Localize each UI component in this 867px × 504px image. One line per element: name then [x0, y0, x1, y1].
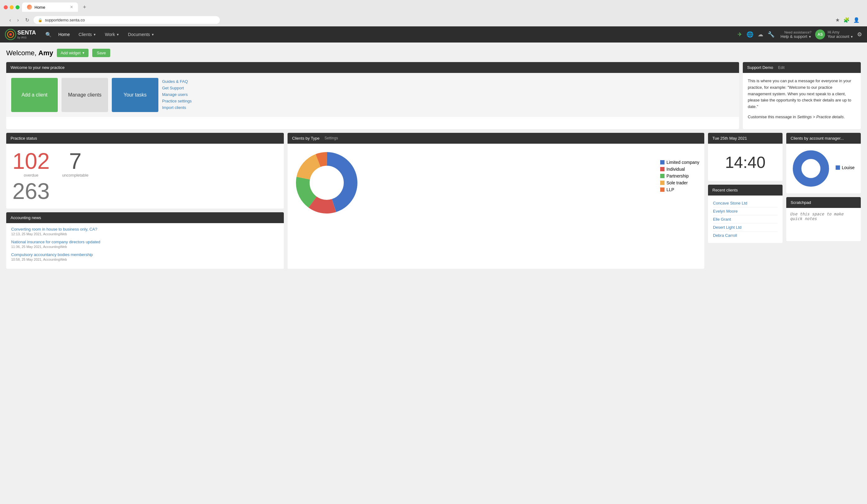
account-mgr-legend-color [836, 165, 840, 170]
manage-clients-button[interactable]: Manage clients [62, 78, 108, 112]
globe-icon[interactable]: 🌐 [747, 31, 753, 38]
uncompletable-col: 7 uncompletable [62, 150, 88, 177]
extensions-icon[interactable]: 🧩 [843, 17, 849, 23]
main-content: Welcome, Amy Add widget ▼ Save Welcome t… [0, 43, 867, 504]
maximize-dot[interactable] [15, 5, 20, 9]
nav-links: 🔍 Home Clients ▼ Work ▼ Documents ▼ [43, 30, 738, 39]
scratchpad-input[interactable] [790, 212, 857, 237]
address-text: supportdemo.senta.co [45, 18, 85, 22]
news-meta-3: 10:58, 25 May 2021, AccountingWeb [11, 258, 279, 261]
nav-clients[interactable]: Clients ▼ [75, 30, 100, 39]
client-evelyn-moore[interactable]: Evelyn Moore [713, 207, 778, 215]
news-item-3: Compulsory accountancy bodies membership… [11, 252, 279, 261]
profile-icon[interactable]: 👤 [853, 17, 859, 23]
account-name: Your account ▼ [827, 34, 853, 39]
legend-color-partnership [660, 174, 665, 178]
save-button[interactable]: Save [92, 49, 110, 57]
close-dot[interactable] [4, 5, 8, 9]
tab-title: Home [34, 5, 45, 10]
client-desert-light[interactable]: Desert Light Ltd [713, 223, 778, 231]
practice-status-body: 102 overdue 7 uncompletable 263 [6, 144, 284, 209]
status-row: 102 overdue 7 uncompletable [12, 150, 278, 177]
account-manager-widget: Clients by account manager... Louise [786, 133, 861, 193]
bottom-row: Practice status 102 overdue 7 uncompleta… [6, 133, 861, 269]
client-elle-grant[interactable]: Elle Grant [713, 215, 778, 223]
window-controls [4, 5, 20, 9]
add-widget-button[interactable]: Add widget ▼ [57, 49, 88, 57]
practice-settings-link[interactable]: Practice settings [162, 99, 734, 103]
account-mgr-legend-name: Louise [842, 165, 855, 170]
new-tab-button[interactable]: + [81, 3, 89, 12]
clients-by-type-widget: Clients by Type Settings Limited company… [288, 133, 704, 269]
support-para2: Customise this message in Settings > Pra… [748, 114, 856, 120]
clock-widget: Tue 25th May 2021 14:40 [708, 133, 782, 181]
back-button[interactable]: ‹ [8, 17, 13, 24]
account-mgr-header: Clients by account manager... [786, 133, 861, 144]
guides-faq-link[interactable]: Guides & FAQ [162, 79, 734, 84]
svg-point-4 [802, 160, 820, 177]
uncompletable-label: uncompletable [62, 173, 88, 177]
help-support-link[interactable]: Help & support ▼ [781, 34, 812, 39]
nav-icon-buttons: ✈ 🌐 ☁ 🔧 [738, 31, 774, 38]
browser-action-buttons: ★ 🧩 👤 [835, 17, 859, 23]
right-column: Clients by account manager... Louise [786, 133, 861, 269]
left-column: Practice status 102 overdue 7 uncompleta… [6, 133, 284, 269]
cloud-icon[interactable]: ☁ [758, 31, 763, 38]
wrench-icon[interactable]: 🔧 [768, 31, 774, 38]
address-input[interactable]: 🔒 supportdemo.senta.co [33, 16, 220, 24]
uncompletable-number: 7 [62, 150, 88, 172]
legend-sole-trader: Sole trader [660, 180, 699, 185]
support-demo-header: Support Demo Edit [743, 62, 861, 73]
bookmark-icon[interactable]: ★ [835, 17, 840, 23]
svg-point-2 [9, 33, 12, 36]
send-icon[interactable]: ✈ [738, 31, 742, 38]
client-concave-stone[interactable]: Concave Stone Ltd [713, 199, 778, 207]
nav-work[interactable]: Work ▼ [101, 30, 123, 39]
reload-button[interactable]: ↻ [23, 17, 31, 24]
manage-users-link[interactable]: Manage users [162, 92, 734, 97]
tab-close-button[interactable]: × [70, 4, 73, 10]
get-support-link[interactable]: Get Support [162, 86, 734, 90]
clients-type-settings-link[interactable]: Settings [324, 136, 338, 140]
clock-body: 14:40 [708, 144, 782, 181]
search-button[interactable]: 🔍 [43, 31, 53, 38]
import-clients-link[interactable]: Import clients [162, 105, 734, 110]
legend-color-individual [660, 167, 665, 171]
lock-icon: 🔒 [38, 18, 43, 22]
logo: SENTA by IRIS [5, 29, 36, 40]
minimize-dot[interactable] [10, 5, 14, 9]
tab-favicon [27, 5, 32, 10]
nav-documents[interactable]: Documents ▼ [124, 30, 158, 39]
help-small-text: Need assistance? [781, 30, 812, 34]
documents-dropdown-icon: ▼ [151, 33, 154, 36]
account-block[interactable]: AS Hi Amy Your account ▼ [815, 30, 853, 40]
news-item-2: National insurance for company directors… [11, 240, 279, 249]
add-client-button[interactable]: Add a client [11, 78, 58, 112]
account-text-block: Hi Amy Your account ▼ [827, 30, 853, 39]
news-link-1[interactable]: Converting room in house to business onl… [11, 227, 279, 231]
legend-llp: LLP [660, 187, 699, 192]
news-link-2[interactable]: National insurance for company directors… [11, 240, 279, 244]
browser-tab[interactable]: Home × [22, 2, 78, 12]
recent-clients-widget: Recent clients Concave Stone Ltd Evelyn … [708, 185, 782, 243]
scratchpad-widget: Scratchpad [786, 197, 861, 241]
forward-button[interactable]: › [15, 17, 21, 24]
news-header: Accounting news [6, 212, 284, 223]
news-item-1: Converting room in house to business onl… [11, 227, 279, 236]
your-tasks-button[interactable]: Your tasks [112, 78, 158, 112]
news-link-3[interactable]: Compulsory accountancy bodies membership [11, 252, 279, 257]
logo-text: SENTA [18, 30, 36, 36]
support-demo-body: This is where you can put a message for … [743, 73, 861, 129]
account-mgr-donut [792, 150, 829, 187]
settings-gear-button[interactable]: ⚙ [857, 31, 862, 38]
client-debra-carroll[interactable]: Debra Carroll [713, 231, 778, 239]
recent-clients-header: Recent clients [708, 185, 782, 196]
overdue-col: 102 overdue [12, 150, 50, 177]
logo-icon [5, 29, 16, 40]
clock-time: 14:40 [725, 153, 766, 172]
recent-clients-body: Concave Stone Ltd Evelyn Moore Elle Gran… [708, 196, 782, 243]
nav-home[interactable]: Home [55, 30, 74, 39]
edit-link[interactable]: Edit [778, 65, 785, 70]
legend-individual: Individual [660, 167, 699, 172]
browser-chrome: Home × + ‹ › ↻ 🔒 supportdemo.senta.co ★ … [0, 0, 867, 26]
